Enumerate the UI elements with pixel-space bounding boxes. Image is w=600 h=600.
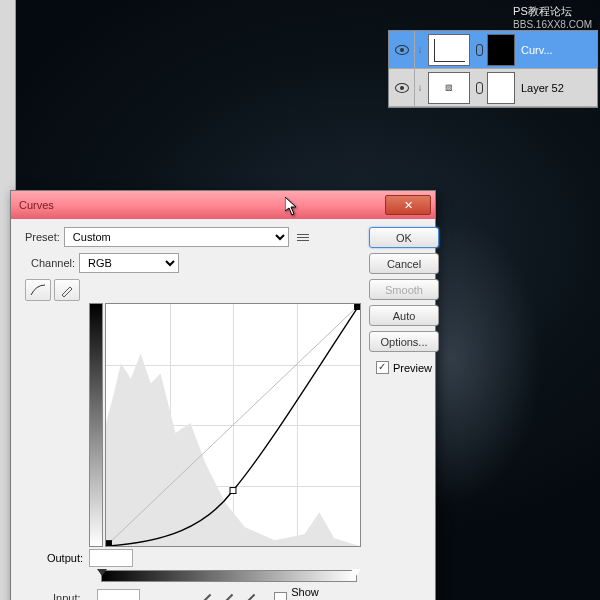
show-clipping-checkbox[interactable] xyxy=(274,592,287,601)
ok-button[interactable]: OK xyxy=(369,227,439,248)
visibility-toggle[interactable] xyxy=(389,69,415,106)
layer-mask-thumb[interactable] xyxy=(487,34,515,66)
gray-eyedropper-icon[interactable] xyxy=(222,590,238,600)
channel-select[interactable]: RGB xyxy=(79,253,179,273)
dialog-title: Curves xyxy=(19,199,54,211)
svg-line-0 xyxy=(106,304,360,546)
preview-checkbox[interactable] xyxy=(376,361,389,374)
layer-row-52[interactable]: ↓ ▨ Layer 52 xyxy=(389,69,597,107)
svg-rect-2 xyxy=(106,540,112,546)
svg-rect-1 xyxy=(230,488,236,494)
input-value[interactable] xyxy=(97,589,141,600)
watermark: PS教程论坛 BBS.16XX8.COM xyxy=(513,4,592,30)
clip-indicator-icon: ↓ xyxy=(415,44,425,55)
channel-label: Channel: xyxy=(31,257,75,269)
layer-name[interactable]: Layer 52 xyxy=(521,82,564,94)
watermark-line1: PS教程论坛 xyxy=(513,4,592,19)
pencil-tool-button[interactable] xyxy=(54,279,80,301)
layer-mask-thumb[interactable] xyxy=(487,72,515,104)
eye-icon xyxy=(395,83,409,93)
link-icon xyxy=(474,43,484,57)
adjustment-thumb xyxy=(428,34,470,66)
preset-select[interactable]: Custom xyxy=(64,227,289,247)
white-eyedropper-icon[interactable] xyxy=(244,590,260,600)
curve-tool-button[interactable] xyxy=(25,279,51,301)
black-eyedropper-icon[interactable] xyxy=(200,590,216,600)
curves-dialog: Curves ✕ Preset: Custom Channel: RGB xyxy=(10,190,436,600)
preview-label: Preview xyxy=(393,362,432,374)
cancel-button[interactable]: Cancel xyxy=(369,253,439,274)
layer-name[interactable]: Curv... xyxy=(521,44,553,56)
curve-lines xyxy=(106,304,360,546)
output-value[interactable] xyxy=(89,549,133,567)
clip-indicator-icon: ↓ xyxy=(415,82,425,93)
preset-label: Preset: xyxy=(25,231,60,243)
svg-rect-3 xyxy=(354,304,360,310)
layer-thumb: ▨ xyxy=(428,72,470,104)
output-label: Output: xyxy=(25,552,83,564)
options-button[interactable]: Options... xyxy=(369,331,439,352)
dialog-titlebar[interactable]: Curves ✕ xyxy=(11,191,435,219)
white-point-slider[interactable] xyxy=(351,569,361,576)
show-clipping-label: Show Clipping xyxy=(291,586,361,600)
smooth-button[interactable]: Smooth xyxy=(369,279,439,300)
curve-graph[interactable] xyxy=(105,303,361,547)
layers-panel[interactable]: ↓ Curv... ↓ ▨ Layer 52 xyxy=(388,30,598,108)
close-button[interactable]: ✕ xyxy=(385,195,431,215)
input-label: Input: xyxy=(53,592,97,600)
close-icon: ✕ xyxy=(404,199,413,212)
mouse-cursor-icon xyxy=(285,197,299,217)
black-point-slider[interactable] xyxy=(97,569,107,576)
auto-button[interactable]: Auto xyxy=(369,305,439,326)
eye-icon xyxy=(395,45,409,55)
input-gradient[interactable] xyxy=(101,570,357,582)
visibility-toggle[interactable] xyxy=(389,31,415,68)
link-icon xyxy=(474,81,484,95)
preset-menu-icon[interactable] xyxy=(295,229,311,245)
layer-row-curves[interactable]: ↓ Curv... xyxy=(389,31,597,69)
watermark-line2: BBS.16XX8.COM xyxy=(513,19,592,30)
output-gradient xyxy=(89,303,103,547)
